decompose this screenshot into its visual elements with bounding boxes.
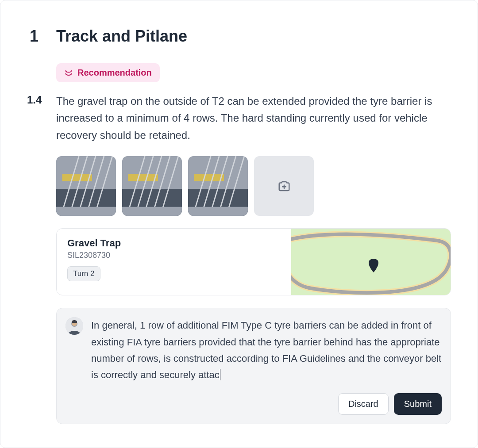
location-map[interactable] (291, 229, 451, 295)
submit-button[interactable]: Submit (394, 393, 442, 415)
svg-rect-27 (188, 207, 248, 216)
svg-point-0 (66, 71, 67, 72)
badge-label: Recommendation (77, 68, 152, 78)
svg-rect-9 (56, 207, 116, 216)
comment-actions: Discard Submit (66, 393, 442, 415)
racetrack-icon (64, 69, 73, 77)
comment-input[interactable]: In general, 1 row of additional FIM Type… (91, 317, 442, 383)
item-number: 1.4 (27, 93, 41, 424)
location-code: SIL2308730 (67, 251, 281, 260)
location-card[interactable]: Gravel Trap SIL2308730 Turn 2 (56, 228, 451, 295)
comment-box: In general, 1 row of additional FIM Type… (56, 308, 451, 424)
camera-plus-icon (278, 180, 291, 193)
location-title: Gravel Trap (67, 237, 281, 249)
section-content: Recommendation (56, 63, 451, 93)
svg-rect-12 (128, 174, 158, 181)
discard-button[interactable]: Discard (338, 393, 389, 415)
add-photo-button[interactable] (254, 156, 314, 216)
photo-thumbnail[interactable] (122, 156, 182, 216)
svg-rect-21 (194, 174, 224, 181)
section-number: 1 (27, 27, 41, 46)
avatar (66, 317, 83, 335)
section-title: Track and Pitlane (56, 27, 187, 46)
turn-chip: Turn 2 (67, 266, 100, 281)
photo-thumbnail[interactable] (188, 156, 248, 216)
section-header: 1 Track and Pitlane (27, 27, 451, 46)
location-info: Gravel Trap SIL2308730 Turn 2 (57, 229, 291, 295)
item-row: 1.4 The gravel trap on the outside of T2… (27, 93, 451, 424)
svg-rect-18 (122, 207, 182, 216)
item-body: The gravel trap on the outside of T2 can… (56, 93, 451, 424)
text-cursor (220, 369, 220, 380)
recommendation-badge: Recommendation (56, 63, 160, 82)
photo-thumbnails (56, 156, 451, 216)
item-description: The gravel trap on the outside of T2 can… (56, 93, 451, 144)
comment-row: In general, 1 row of additional FIM Type… (66, 317, 442, 383)
document-page: 1 Track and Pitlane Recommendation 1.4 T… (0, 0, 478, 448)
photo-thumbnail[interactable] (56, 156, 116, 216)
svg-rect-3 (62, 174, 93, 181)
